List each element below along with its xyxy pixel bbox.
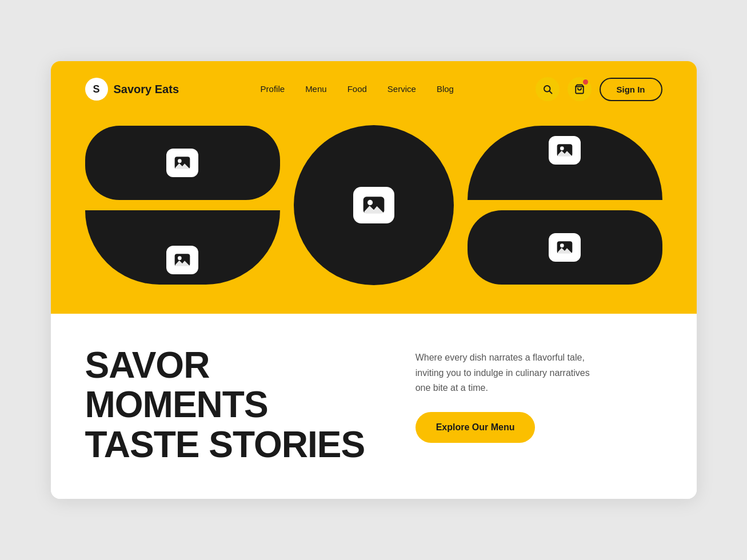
nav-links: Profile Menu Food Service Blog [261,84,454,94]
col-left [85,126,280,285]
brand-name: Savory Eats [114,83,179,96]
svg-point-10 [560,147,564,151]
col-right [468,126,662,285]
cart-icon [574,84,585,94]
nav-actions: Sign In [536,77,662,101]
cart-button[interactable] [568,77,592,101]
navbar: S Savory Eats Profile Menu Food Service … [85,61,662,119]
image-placeholder-5 [549,233,581,262]
svg-point-12 [560,244,564,248]
shape-pill-top-left [85,126,280,200]
brand: S Savory Eats [85,78,179,101]
shape-half-circle-bottom-left [85,210,280,285]
nav-item-service[interactable]: Service [388,84,416,94]
svg-line-1 [549,91,552,94]
image-placeholder-4 [549,136,581,165]
hero-right: Where every dish narrates a flavorful ta… [416,346,662,442]
col-center [294,125,454,285]
brand-logo: S [85,78,108,101]
bottom-section: SAVOR MOMENTS TASTE STORIES Where every … [51,314,697,498]
svg-point-6 [178,257,182,261]
svg-point-4 [178,159,182,163]
explore-menu-button[interactable]: Explore Our Menu [416,412,536,443]
image-grid [85,119,662,285]
headline: SAVOR MOMENTS TASTE STORIES [85,346,381,464]
shape-half-circle-top-right [468,126,662,200]
cart-badge [583,79,588,85]
shape-circle-center [294,125,454,285]
sign-in-button[interactable]: Sign In [600,78,662,101]
search-button[interactable] [536,77,560,101]
hero-section: S Savory Eats Profile Menu Food Service … [51,61,697,314]
nav-item-menu[interactable]: Menu [305,84,327,94]
image-placeholder-1 [166,149,198,177]
image-placeholder-3 [353,187,394,223]
hero-description: Where every dish narrates a flavorful ta… [416,350,598,395]
shape-pill-bottom-right [468,210,662,285]
search-icon [542,84,553,94]
svg-point-8 [367,200,373,205]
nav-item-profile[interactable]: Profile [261,84,285,94]
nav-item-food[interactable]: Food [347,84,367,94]
hero-headline: SAVOR MOMENTS TASTE STORIES [85,346,381,464]
page-wrapper: S Savory Eats Profile Menu Food Service … [51,61,697,498]
nav-item-blog[interactable]: Blog [437,84,454,94]
image-placeholder-2 [166,246,198,274]
